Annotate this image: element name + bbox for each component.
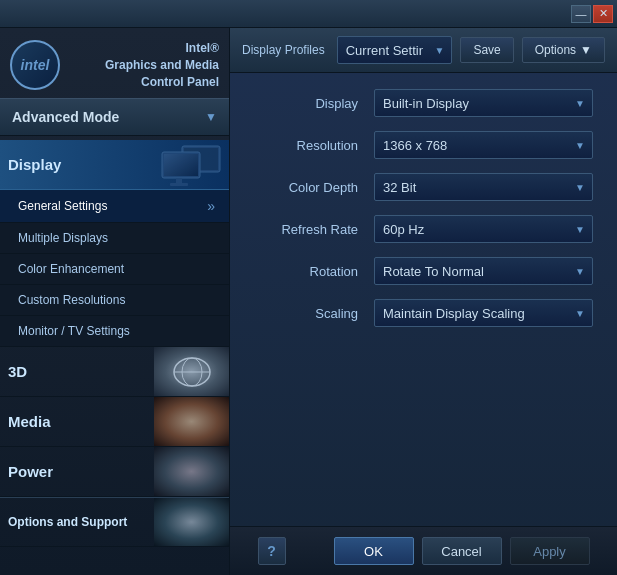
sidebar-item-display-label: Display	[8, 156, 61, 173]
submenu-color-enhancement[interactable]: Color Enhancement	[0, 254, 229, 285]
monitor-icon	[154, 140, 229, 189]
intel-logo: intel	[10, 40, 60, 90]
refresh-rate-label: Refresh Rate	[254, 222, 374, 237]
submenu-arrow-icon: »	[207, 198, 215, 214]
minimize-button[interactable]: —	[571, 5, 591, 23]
submenu-multiple-displays[interactable]: Multiple Displays	[0, 223, 229, 254]
svg-rect-4	[164, 154, 198, 176]
rotation-label: Rotation	[254, 264, 374, 279]
refresh-rate-select-wrapper: 60p Hz ▼	[374, 215, 593, 243]
rotation-select-wrapper: Rotate To Normal ▼	[374, 257, 593, 285]
title-bar: — ✕	[0, 0, 617, 28]
sidebar-item-3d[interactable]: 3D	[0, 347, 229, 397]
help-button[interactable]: ?	[258, 537, 286, 565]
media-thumbnail	[154, 397, 229, 446]
save-button[interactable]: Save	[460, 37, 513, 63]
options-thumbnail	[154, 498, 229, 546]
scaling-select[interactable]: Maintain Display Scaling	[374, 299, 593, 327]
app-title: Intel®Graphics and MediaControl Panel	[70, 40, 219, 90]
svg-rect-6	[170, 183, 188, 186]
multiple-displays-label: Multiple Displays	[18, 231, 108, 245]
scaling-label: Scaling	[254, 306, 374, 321]
profile-select[interactable]: Current Settings	[337, 36, 453, 64]
save-label: Save	[473, 43, 500, 57]
settings-area: Display Built-in Display ▼ Resolution 13…	[230, 73, 617, 526]
submenu-custom-resolutions[interactable]: Custom Resolutions	[0, 285, 229, 316]
advanced-mode-label: Advanced Mode	[12, 109, 119, 125]
monitor-tv-settings-label: Monitor / TV Settings	[18, 324, 130, 338]
display-profiles-bar: Display Profiles Current Settings ▼ Save…	[230, 28, 617, 73]
profile-select-wrapper: Current Settings ▼	[337, 36, 453, 64]
resolution-select-wrapper: 1366 x 768 ▼	[374, 131, 593, 159]
resolution-select[interactable]: 1366 x 768	[374, 131, 593, 159]
scaling-select-wrapper: Maintain Display Scaling ▼	[374, 299, 593, 327]
display-select[interactable]: Built-in Display	[374, 89, 593, 117]
refresh-rate-select[interactable]: 60p Hz	[374, 215, 593, 243]
sidebar-item-3d-label: 3D	[8, 363, 27, 380]
scaling-setting-row: Scaling Maintain Display Scaling ▼	[254, 299, 593, 327]
sidebar-item-options-label: Options and Support	[8, 515, 127, 529]
resolution-label: Resolution	[254, 138, 374, 153]
color-enhancement-label: Color Enhancement	[18, 262, 124, 276]
color-depth-label: Color Depth	[254, 180, 374, 195]
main-container: intel Intel®Graphics and MediaControl Pa…	[0, 28, 617, 575]
advanced-mode-button[interactable]: Advanced Mode ▼	[0, 98, 229, 136]
sidebar-item-media[interactable]: Media	[0, 397, 229, 447]
custom-resolutions-label: Custom Resolutions	[18, 293, 125, 307]
cancel-button[interactable]: Cancel	[422, 537, 502, 565]
display-label: Display	[254, 96, 374, 111]
3d-thumbnail	[154, 347, 229, 396]
rotation-setting-row: Rotation Rotate To Normal ▼	[254, 257, 593, 285]
chevron-down-icon: ▼	[205, 110, 217, 124]
logo-area: intel Intel®Graphics and MediaControl Pa…	[0, 28, 229, 98]
power-thumbnail	[154, 447, 229, 496]
3d-icon	[167, 352, 217, 392]
ok-button[interactable]: OK	[334, 537, 414, 565]
display-setting-row: Display Built-in Display ▼	[254, 89, 593, 117]
options-arrow-icon: ▼	[580, 43, 592, 57]
sidebar-item-media-label: Media	[8, 413, 51, 430]
options-label: Options	[535, 43, 576, 57]
sidebar-item-power[interactable]: Power	[0, 447, 229, 497]
sidebar-item-options[interactable]: Options and Support	[0, 497, 229, 547]
apply-button[interactable]: Apply	[510, 537, 590, 565]
bottom-buttons: ? OK Cancel Apply	[230, 526, 617, 575]
display-select-wrapper: Built-in Display ▼	[374, 89, 593, 117]
sidebar: intel Intel®Graphics and MediaControl Pa…	[0, 28, 230, 575]
refresh-rate-setting-row: Refresh Rate 60p Hz ▼	[254, 215, 593, 243]
right-panel: Display Profiles Current Settings ▼ Save…	[230, 28, 617, 575]
color-depth-select[interactable]: 32 Bit	[374, 173, 593, 201]
color-depth-select-wrapper: 32 Bit ▼	[374, 173, 593, 201]
rotation-select[interactable]: Rotate To Normal	[374, 257, 593, 285]
general-settings-label: General Settings	[18, 199, 107, 213]
display-submenu: General Settings » Multiple Displays Col…	[0, 190, 229, 347]
intel-logo-text: intel	[21, 57, 50, 73]
display-thumbnail	[154, 140, 229, 189]
submenu-general-settings[interactable]: General Settings »	[0, 190, 229, 223]
sidebar-item-display[interactable]: Display	[0, 140, 229, 190]
close-button[interactable]: ✕	[593, 5, 613, 23]
resolution-setting-row: Resolution 1366 x 768 ▼	[254, 131, 593, 159]
submenu-monitor-tv-settings[interactable]: Monitor / TV Settings	[0, 316, 229, 347]
sidebar-item-power-label: Power	[8, 463, 53, 480]
profiles-label: Display Profiles	[242, 43, 325, 57]
color-depth-setting-row: Color Depth 32 Bit ▼	[254, 173, 593, 201]
options-button[interactable]: Options ▼	[522, 37, 605, 63]
